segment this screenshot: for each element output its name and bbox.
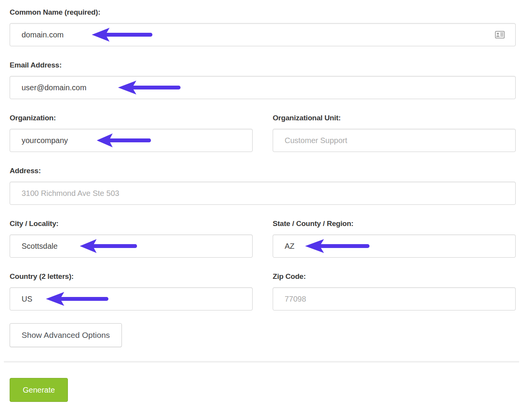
row-address: Address: (10, 166, 516, 205)
organization-input[interactable] (10, 129, 253, 152)
city-input[interactable] (10, 234, 253, 258)
row-common-name: Common Name (required): (10, 8, 516, 46)
organizational-unit-label: Organizational Unit: (273, 113, 516, 123)
city-label: City / Locality: (10, 219, 253, 228)
address-input[interactable] (10, 182, 516, 205)
email-input[interactable] (10, 76, 516, 99)
zip-input[interactable] (273, 287, 516, 310)
show-advanced-options-button[interactable]: Show Advanced Options (10, 323, 122, 347)
row-email: Email Address: (10, 61, 516, 99)
zip-label: Zip Code: (273, 272, 516, 281)
country-input[interactable] (10, 287, 253, 310)
organization-label: Organization: (10, 113, 253, 123)
generate-button[interactable]: Generate (10, 378, 68, 402)
common-name-label: Common Name (required): (10, 8, 516, 17)
row-country-zip: Country (2 letters): Zip Code: (10, 272, 516, 310)
row-organization: Organization: Organizational Unit: (10, 113, 516, 152)
divider (4, 361, 519, 363)
state-label: State / County / Region: (273, 219, 516, 228)
csr-generator-form: Common Name (required): Ema (0, 0, 523, 418)
state-input[interactable] (273, 234, 516, 258)
email-label: Email Address: (10, 61, 516, 70)
address-label: Address: (10, 166, 516, 175)
country-label: Country (2 letters): (10, 272, 253, 281)
row-city-state: City / Locality: State / County / Region… (10, 219, 516, 258)
address-card-icon (495, 31, 505, 39)
organizational-unit-input[interactable] (273, 129, 516, 152)
common-name-input[interactable] (10, 23, 516, 46)
